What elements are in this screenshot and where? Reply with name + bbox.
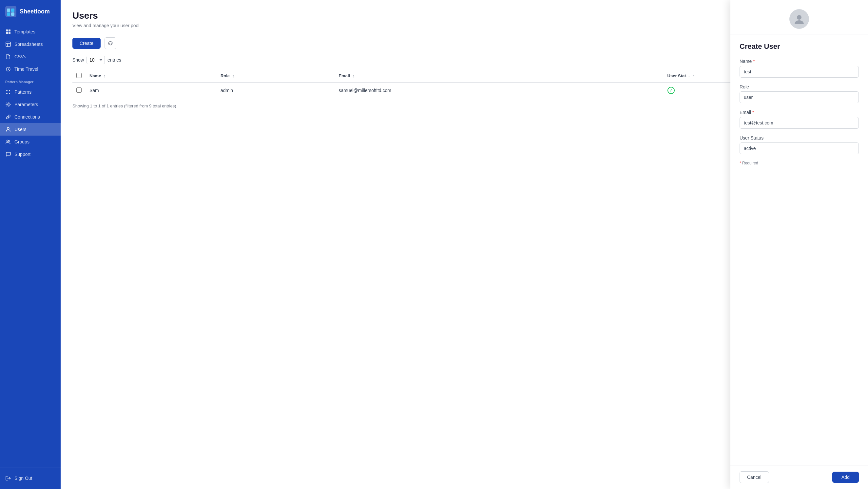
- svg-rect-1: [7, 8, 10, 12]
- sidebar: Sheetloom Templates Spreadsheets CSVs: [0, 0, 61, 489]
- user-status-input[interactable]: [740, 142, 859, 154]
- sidebar-item-groups[interactable]: Groups: [0, 136, 61, 148]
- link-icon: [5, 114, 11, 120]
- sidebar-item-connections[interactable]: Connections: [0, 111, 61, 123]
- email-label: Email *: [740, 110, 859, 115]
- row-name: Sam: [86, 83, 217, 98]
- sidebar-item-label-spreadsheets: Spreadsheets: [14, 42, 42, 47]
- sort-status-icon: ↕: [693, 73, 695, 78]
- panel-title: Create User: [740, 42, 859, 51]
- col-header-checkbox: [72, 69, 86, 83]
- logo-icon: [5, 6, 17, 17]
- refresh-icon: [108, 41, 113, 46]
- create-user-panel: Create User Name * Role Email *: [731, 0, 868, 489]
- svg-point-14: [9, 90, 10, 91]
- sidebar-item-label-patterns: Patterns: [14, 90, 31, 95]
- col-header-role[interactable]: Role ↕: [217, 69, 335, 83]
- row-email: samuel@millersoftltd.com: [335, 83, 663, 98]
- sort-role-icon: ↕: [232, 73, 235, 78]
- sidebar-item-spreadsheets[interactable]: Spreadsheets: [0, 38, 61, 51]
- sort-name-icon: ↕: [103, 73, 106, 78]
- sidebar-item-label-parameters: Parameters: [14, 102, 38, 107]
- svg-rect-4: [11, 12, 14, 16]
- sidebar-item-support[interactable]: Support: [0, 148, 61, 161]
- group-icon: [5, 139, 11, 145]
- form-group-email: Email *: [740, 110, 859, 129]
- required-note: * Required: [740, 161, 859, 165]
- panel-body: Create User Name * Role Email *: [731, 34, 868, 465]
- form-group-role: Role: [740, 84, 859, 103]
- svg-rect-2: [11, 8, 14, 12]
- sidebar-item-users[interactable]: Users: [0, 123, 61, 136]
- sidebar-item-csvs[interactable]: CSVs: [0, 51, 61, 63]
- add-button[interactable]: Add: [832, 471, 859, 483]
- sidebar-item-label-users: Users: [14, 127, 27, 132]
- sign-out-button[interactable]: Sign Out: [5, 472, 55, 484]
- sidebar-item-label-csvs: CSVs: [14, 54, 26, 59]
- name-required-star: *: [753, 59, 755, 64]
- sign-out-label: Sign Out: [14, 476, 32, 481]
- form-group-name: Name *: [740, 59, 859, 77]
- app-name: Sheetloom: [20, 8, 50, 15]
- panel-avatar-area: [731, 0, 868, 34]
- status-active-icon: ✓: [668, 87, 675, 94]
- sort-email-icon: ↕: [352, 73, 355, 78]
- role-input[interactable]: [740, 91, 859, 103]
- name-input[interactable]: [740, 66, 859, 77]
- refresh-button[interactable]: [104, 37, 116, 49]
- svg-point-18: [7, 127, 9, 129]
- pattern-manager-section: Pattern Manager: [0, 75, 61, 86]
- sign-out-icon: [5, 475, 11, 481]
- grid-icon: [5, 29, 11, 35]
- avatar: [789, 9, 809, 29]
- clock-icon: [5, 66, 11, 72]
- svg-point-16: [9, 93, 10, 94]
- chat-icon: [5, 151, 11, 157]
- sidebar-bottom: Sign Out: [0, 467, 61, 489]
- sidebar-item-label-templates: Templates: [14, 29, 35, 34]
- main-content: Users View and manage your user pool Cre…: [61, 0, 868, 489]
- svg-rect-5: [6, 30, 8, 31]
- col-header-email[interactable]: Email ↕: [335, 69, 663, 83]
- svg-point-17: [7, 104, 9, 105]
- svg-rect-0: [5, 6, 17, 17]
- form-group-user-status: User Status: [740, 135, 859, 154]
- entries-label: entries: [107, 57, 121, 63]
- sidebar-logo[interactable]: Sheetloom: [0, 0, 61, 23]
- col-header-name[interactable]: Name ↕: [86, 69, 217, 83]
- role-label: Role: [740, 84, 859, 90]
- sidebar-item-label-time-travel: Time Travel: [14, 66, 38, 72]
- sidebar-item-parameters[interactable]: Parameters: [0, 98, 61, 111]
- svg-point-13: [6, 90, 7, 91]
- avatar-icon: [793, 13, 805, 25]
- svg-point-15: [6, 93, 7, 94]
- cancel-button[interactable]: Cancel: [740, 471, 769, 483]
- sidebar-item-patterns[interactable]: Patterns: [0, 86, 61, 98]
- svg-rect-3: [7, 12, 10, 16]
- sidebar-item-label-connections: Connections: [14, 114, 40, 120]
- svg-point-22: [797, 15, 802, 20]
- name-label: Name *: [740, 59, 859, 64]
- create-button[interactable]: Create: [72, 38, 101, 49]
- sidebar-item-label-support: Support: [14, 152, 30, 157]
- svg-rect-8: [8, 32, 10, 34]
- svg-rect-9: [6, 42, 10, 46]
- sidebar-item-templates[interactable]: Templates: [0, 26, 61, 38]
- email-required-star: *: [752, 110, 754, 115]
- entries-select[interactable]: 10 25 50 100: [87, 56, 105, 64]
- email-input[interactable]: [740, 117, 859, 129]
- svg-rect-7: [6, 32, 8, 34]
- svg-point-20: [8, 140, 10, 141]
- sidebar-item-time-travel[interactable]: Time Travel: [0, 63, 61, 75]
- show-label: Show: [72, 57, 84, 63]
- row-checkbox[interactable]: [76, 88, 82, 93]
- user-icon: [5, 126, 11, 132]
- sidebar-item-label-groups: Groups: [14, 139, 30, 144]
- panel-footer: Cancel Add: [731, 465, 868, 489]
- svg-point-19: [7, 140, 8, 142]
- row-role: admin: [217, 83, 335, 98]
- gear-icon: [5, 101, 11, 107]
- row-checkbox-cell: [72, 83, 86, 98]
- table-icon: [5, 41, 11, 47]
- select-all-checkbox[interactable]: [76, 73, 82, 78]
